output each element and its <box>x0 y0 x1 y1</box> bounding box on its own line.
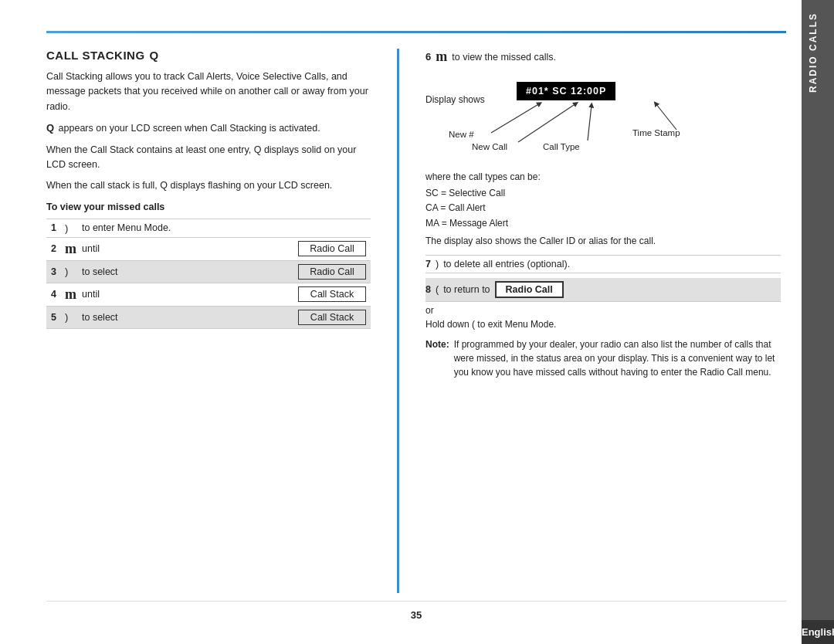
note-label: Note: <box>425 337 449 379</box>
step-8-box: Radio Call <box>495 281 564 298</box>
step-8-desc: to return to <box>443 284 490 295</box>
step-4-box: Call Stack <box>298 286 366 302</box>
step-7-desc: to delete all entries (optional). <box>443 259 570 269</box>
new-call-label: New Call <box>472 142 507 151</box>
step-4-sym: m <box>65 286 79 303</box>
page-container: CALL STACKING Q Call Stacking allows you… <box>0 0 834 644</box>
svg-line-1 <box>518 103 576 142</box>
svg-line-0 <box>491 103 540 133</box>
step-7-row: 7 ) to delete all entries (optional). <box>425 255 781 273</box>
sidebar-radio-calls-label: RADIO CALLS <box>802 0 834 105</box>
step-1-num: 1 <box>51 222 62 233</box>
step-2-num: 2 <box>51 243 62 254</box>
step-5-sym: ) <box>65 311 79 323</box>
lcd-text: #01* SC 12:00P <box>526 86 606 97</box>
step-6-desc: to view the missed calls. <box>452 52 556 63</box>
step-3-num: 3 <box>51 266 62 277</box>
para1: Call Stacking allows you to track Call A… <box>46 69 371 114</box>
step-3-box: Radio Call <box>298 264 366 280</box>
ma-text: MA = Message Alert <box>425 216 781 231</box>
call-types-area: where the call types can be: SC = Select… <box>425 170 781 249</box>
sc-text: SC = Selective Call <box>425 186 781 201</box>
step-6-sym: m <box>436 49 447 65</box>
english-tab: English <box>802 620 834 644</box>
step-1-sym: ) <box>65 222 79 234</box>
para4: When the call stack is full, Q displays … <box>46 178 371 193</box>
step-3-desc: to select <box>82 266 295 277</box>
step-2-sym: m <box>65 241 79 257</box>
ca-text: CA = Call Alert <box>425 201 781 215</box>
right-column: 6 m to view the missed calls. Display sh… <box>425 49 781 593</box>
para3-text1: When the Call Stack contains at least on… <box>46 144 261 155</box>
q-icon-para2: Q <box>46 122 54 134</box>
step-8-sym: ( <box>436 284 439 295</box>
step-2-row: 2 m until Radio Call <box>46 238 371 261</box>
step-2-box: Radio Call <box>298 241 366 256</box>
section-title-text: CALL STACKING <box>46 49 145 62</box>
step-3-sym: ) <box>65 266 79 277</box>
svg-line-3 <box>656 103 676 130</box>
or-text: or <box>425 305 781 316</box>
step-5-desc: to select <box>82 312 295 323</box>
display-diagram: Display shows #01* SC 12:00P <box>425 73 781 158</box>
time-stamp-label: Time Stamp <box>632 128 680 137</box>
steps-section: 1 ) to enter Menu Mode. 2 m until Radio … <box>46 219 371 329</box>
para4-text1: When the call stack is full, Q <box>46 180 168 191</box>
step-8-row: 8 ( to return to Radio Call <box>425 278 781 302</box>
to-view-label: To view your missed calls <box>46 202 371 212</box>
top-divider <box>46 31 786 33</box>
call-type-label: Call Type <box>543 142 580 151</box>
note-text: If programmed by your dealer, your radio… <box>454 337 781 379</box>
note-section: Note: If programmed by your dealer, your… <box>425 337 781 379</box>
svg-line-2 <box>588 105 592 141</box>
sidebar: RADIO CALLS English <box>802 0 834 644</box>
para3: When the Call Stack contains at least on… <box>46 143 371 173</box>
step-4-row: 4 m until Call Stack <box>46 283 371 307</box>
step-5-num: 5 <box>51 312 62 323</box>
section-title: CALL STACKING Q <box>46 49 371 62</box>
step-6-row: 6 m to view the missed calls. <box>425 49 781 65</box>
step-1-row: 1 ) to enter Menu Mode. <box>46 219 371 238</box>
step-3-row: 3 ) to select Radio Call <box>46 261 371 283</box>
para4-text2: displays flashing on your LCD screen. <box>171 180 333 191</box>
hold-down-text: Hold down ( to exit Menu Mode. <box>425 319 781 330</box>
display-also-text: The display also shows the Caller ID or … <box>425 234 781 249</box>
step-8-num: 8 <box>425 284 431 295</box>
step-2-desc: until <box>82 243 295 254</box>
step-6-num: 6 <box>425 51 431 63</box>
step-7-num: 7 <box>425 259 431 269</box>
step-5-row: 5 ) to select Call Stack <box>46 307 371 329</box>
column-divider <box>397 49 399 593</box>
page-number: 35 <box>411 609 422 621</box>
step-6-area: 6 m to view the missed calls. <box>425 49 781 65</box>
step-5-box: Call Stack <box>298 310 366 325</box>
step-4-num: 4 <box>51 289 62 300</box>
step-4-desc: until <box>82 289 295 300</box>
where-text: where the call types can be: <box>425 170 781 185</box>
lcd-display: #01* SC 12:00P <box>517 82 615 100</box>
step-1-desc: to enter Menu Mode. <box>82 222 366 233</box>
bottom-area: 35 <box>46 601 786 629</box>
para2-text: appears on your LCD screen when Call Sta… <box>59 123 320 134</box>
new-hash-label: New # <box>449 130 474 139</box>
step-7-sym: ) <box>436 259 439 269</box>
display-shows-label: Display shows <box>425 94 485 105</box>
main-content: CALL STACKING Q Call Stacking allows you… <box>0 0 802 644</box>
q-symbol-title: Q <box>150 49 159 62</box>
left-column: CALL STACKING Q Call Stacking allows you… <box>46 49 371 593</box>
para2: Q appears on your LCD screen when Call S… <box>46 120 371 136</box>
